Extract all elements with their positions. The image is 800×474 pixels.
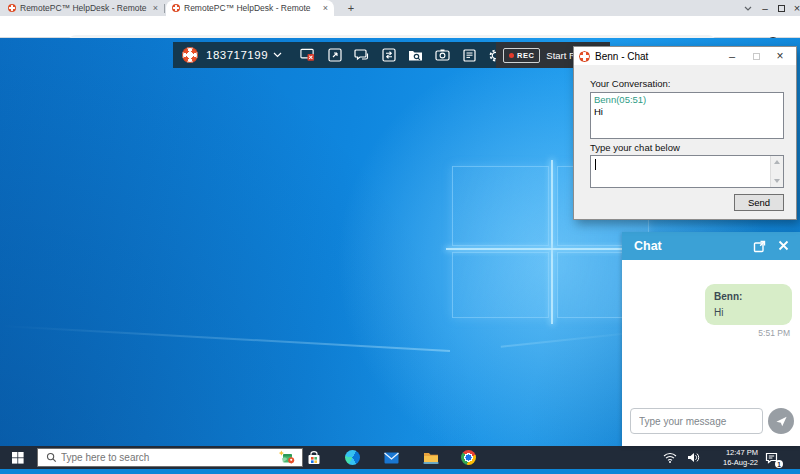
chat-dialog-title: Benn - Chat — [595, 51, 648, 62]
taskbar-search-box[interactable] — [37, 448, 303, 467]
tab-close-icon[interactable]: × — [323, 3, 328, 13]
wallpaper-logo-pane — [452, 252, 549, 318]
chat-panel-title: Chat — [634, 239, 662, 253]
type-chat-label: Type your chat below — [590, 142, 680, 153]
file-explorer-taskbar-icon[interactable] — [422, 449, 439, 466]
browser-tabstrip: RemotePC™ HelpDesk - Remote × RemotePC™ … — [0, 0, 800, 16]
window-minimize-button[interactable]: – — [758, 2, 772, 14]
rec-dot-icon — [509, 53, 514, 58]
start-button[interactable] — [0, 446, 36, 469]
new-tab-button[interactable]: + — [344, 1, 358, 15]
bubble-message: Hi — [714, 306, 783, 319]
dialog-close-button[interactable]: × — [768, 47, 792, 65]
mail-taskbar-icon[interactable] — [383, 449, 400, 466]
dialog-minimize-button[interactable]: – — [720, 47, 744, 65]
tab-close-icon[interactable]: × — [153, 3, 158, 13]
search-icon — [46, 452, 57, 463]
tab-title: RemotePC™ HelpDesk - Remote — [184, 3, 319, 13]
edge-glyph — [345, 450, 360, 465]
notification-badge: 1 — [775, 460, 783, 468]
text-caret — [595, 159, 596, 170]
screenshot-camera-icon[interactable] — [435, 48, 450, 63]
message-timestamp: 5:51 PM — [758, 328, 790, 338]
chat-side-panel: Chat Benn: Hi 5:51 PM — [622, 232, 800, 446]
machine-id-chevron-icon[interactable] — [273, 52, 282, 58]
screen: RemotePC™ HelpDesk - Remote × RemotePC™ … — [0, 0, 800, 474]
remotepc-favicon — [8, 4, 16, 12]
chat-dialog: Benn - Chat – × Your Conversation: Benn(… — [573, 46, 797, 220]
remotepc-favicon — [172, 4, 180, 12]
viewer-bottom-strip — [0, 469, 800, 474]
wifi-tray-icon[interactable] — [661, 449, 678, 466]
chat-panel-header: Chat — [622, 232, 800, 260]
conversation-box[interactable]: Benn(05:51) Hi — [590, 92, 784, 139]
wallpaper-logo-pane — [452, 166, 549, 246]
chat-message-bubble: Benn: Hi — [705, 284, 792, 325]
tab-title: RemotePC™ HelpDesk - Remote — [20, 3, 149, 13]
conversation-label: Your Conversation: — [590, 78, 670, 89]
file-transfer-icon[interactable] — [381, 48, 396, 63]
wallpaper-logo-line — [551, 160, 553, 324]
send-plane-icon — [775, 415, 788, 428]
remote-session-toolbar: 183717199 REC — [173, 42, 610, 68]
window-maximize-button[interactable] — [774, 2, 788, 14]
wallpaper-floor-line — [1, 325, 450, 352]
chrome-glyph — [461, 450, 476, 465]
remote-taskbar: 12:47 PM 16-Aug-22 1 — [0, 446, 800, 469]
browser-tab-2-active[interactable]: RemotePC™ HelpDesk - Remote × — [166, 0, 334, 16]
chat-icon[interactable] — [354, 48, 369, 63]
file-search-icon[interactable] — [408, 48, 423, 63]
dialog-maximize-button[interactable] — [744, 47, 768, 65]
tray-clock[interactable]: 12:47 PM 16-Aug-22 — [706, 448, 758, 467]
textarea-scrollbar[interactable] — [770, 156, 783, 187]
maximize-glyph — [753, 53, 760, 60]
scroll-up-icon[interactable] — [774, 160, 780, 164]
chat-message-textarea[interactable] — [590, 155, 784, 188]
tab-separator — [164, 4, 165, 13]
notes-icon[interactable] — [462, 48, 477, 63]
scroll-down-icon[interactable] — [774, 179, 780, 183]
clock-date: 16-Aug-22 — [706, 458, 758, 468]
tab-search-chevron-icon[interactable] — [741, 2, 755, 14]
rec-button[interactable]: REC — [503, 48, 540, 63]
action-center-icon[interactable]: 1 — [763, 449, 780, 466]
display-disconnect-icon[interactable] — [300, 48, 315, 63]
bubble-sender: Benn: — [714, 290, 783, 303]
maximize-glyph — [778, 5, 785, 12]
fullscreen-icon[interactable] — [327, 48, 342, 63]
conversation-message: Hi — [594, 106, 780, 118]
machine-id: 183717199 — [206, 49, 268, 61]
panel-close-icon[interactable] — [777, 239, 790, 252]
edge-taskbar-icon[interactable] — [344, 449, 361, 466]
search-input[interactable] — [61, 452, 278, 463]
store-taskbar-icon[interactable] — [305, 449, 322, 466]
browser-urlbar: ← → remotepc.com/hd-app/connect?machine_… — [0, 16, 800, 38]
volume-tray-icon[interactable] — [685, 449, 702, 466]
chat-panel-input[interactable] — [630, 408, 763, 434]
windows-logo-icon — [12, 452, 24, 464]
send-button[interactable]: Send — [734, 194, 784, 211]
window-close-button[interactable]: × — [790, 2, 800, 14]
conversation-sender: Benn(05:51) — [594, 94, 780, 106]
search-highlights-icon[interactable] — [278, 450, 296, 465]
panel-send-button[interactable] — [768, 408, 794, 434]
popout-icon[interactable] — [753, 240, 766, 253]
rec-label: REC — [517, 51, 534, 60]
browser-tab-1[interactable]: RemotePC™ HelpDesk - Remote × — [2, 0, 164, 16]
chrome-taskbar-icon[interactable] — [460, 449, 477, 466]
clock-time: 12:47 PM — [706, 448, 758, 458]
remotepc-dialog-icon — [579, 51, 590, 62]
remotepc-logo-icon — [182, 47, 198, 63]
